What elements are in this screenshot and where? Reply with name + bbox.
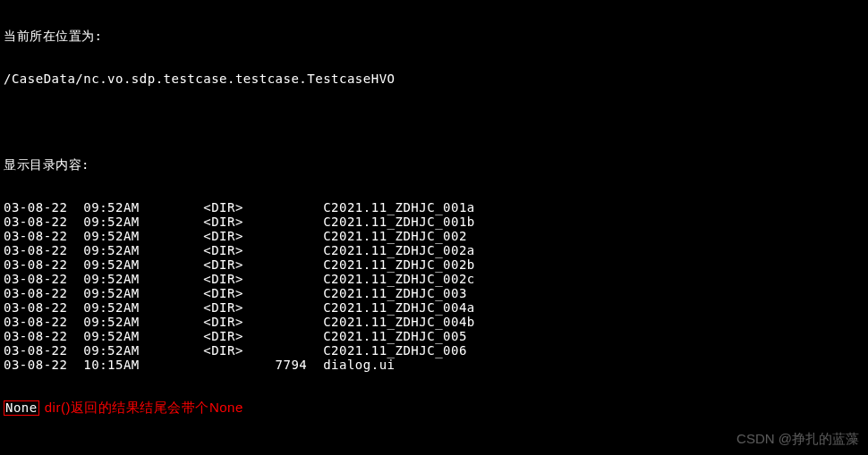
dir-row: 03-08-22 09:52AM <DIR> C2021.11_ZDHJC_00… [4, 200, 864, 215]
dir-row: 03-08-22 09:52AM <DIR> C2021.11_ZDHJC_00… [4, 215, 864, 229]
location-label: 当前所在位置为: [4, 29, 864, 43]
dir-row: 03-08-22 09:52AM <DIR> C2021.11_ZDHJC_00… [4, 257, 864, 272]
dir-row: 03-08-22 10:15AM 7794 dialog.ui [4, 358, 864, 372]
none-line: Nonedir()返回的结果结尾会带个None [4, 400, 864, 416]
location-path: /CaseData/nc.vo.sdp.testcase.testcase.Te… [4, 72, 864, 86]
dir-row: 03-08-22 09:52AM <DIR> C2021.11_ZDHJC_00… [4, 315, 864, 329]
dir-row: 03-08-22 09:52AM <DIR> C2021.11_ZDHJC_00… [4, 343, 864, 358]
annotation-text: dir()返回的结果结尾会带个None [45, 400, 243, 415]
dir-title: 显示目录内容: [4, 157, 864, 172]
dir-row: 03-08-22 09:52AM <DIR> C2021.11_ZDHJC_00… [4, 329, 864, 343]
dir-row: 03-08-22 09:52AM <DIR> C2021.11_ZDHJC_00… [4, 272, 864, 286]
none-value: None [4, 400, 39, 416]
dir-rows: 03-08-22 09:52AM <DIR> C2021.11_ZDHJC_00… [4, 200, 864, 372]
dir-row: 03-08-22 09:52AM <DIR> C2021.11_ZDHJC_00… [4, 229, 864, 243]
dir-row: 03-08-22 09:52AM <DIR> C2021.11_ZDHJC_00… [4, 300, 864, 315]
dir-row: 03-08-22 09:52AM <DIR> C2021.11_ZDHJC_00… [4, 286, 864, 300]
terminal-output: 当前所在位置为: /CaseData/nc.vo.sdp.testcase.te… [0, 0, 868, 455]
dir-row: 03-08-22 09:52AM <DIR> C2021.11_ZDHJC_00… [4, 243, 864, 257]
blank-line [4, 444, 864, 455]
blank-line [4, 114, 864, 129]
